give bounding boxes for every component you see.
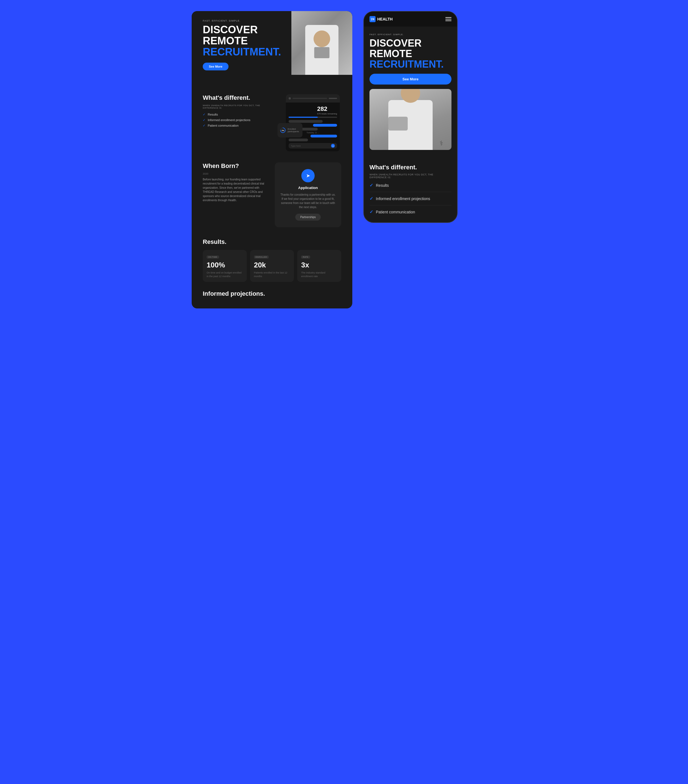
mobile-nav: 1N HEALTH — [364, 12, 457, 26]
result-number-1: 100% — [207, 261, 243, 269]
app-mockup: 282 675 leads remaining Tuesday, 11 ... — [286, 94, 340, 151]
logo-text: HEALTH — [377, 17, 393, 21]
hero-tagline: FAST. EFFICIENT. SIMPLE. — [203, 20, 341, 22]
chat-bubble-4 — [310, 135, 337, 137]
svg-text:75%: 75% — [281, 130, 284, 131]
app-stat-row: 282 675 leads remaining — [289, 105, 337, 115]
checklist-label-2: Informed enrollment projections — [208, 119, 250, 122]
mobile-checklist-label-1: Results — [376, 183, 389, 188]
informed-section: Informed projections. — [192, 282, 352, 297]
application-card: ➤ Application Thanks for considering a p… — [275, 162, 341, 227]
hero-title-line1: DISCOVER — [203, 24, 258, 35]
chat-bubble-5 — [289, 138, 308, 141]
result-tag-3: RATE — [301, 255, 310, 259]
application-icon-circle: ➤ — [301, 169, 315, 182]
desktop-mockup: FAST. EFFICIENT. SIMPLE. DISCOVER REMOTE… — [192, 11, 352, 308]
chat-bubble-2 — [313, 124, 337, 127]
circle-label: Enrolled participants — [288, 128, 300, 133]
result-tag-1: ON TIME — [207, 255, 219, 259]
when-born-section: When Born? 2020 Before launching, our fo… — [192, 151, 352, 227]
page-wrapper: FAST. EFFICIENT. SIMPLE. DISCOVER REMOTE… — [192, 11, 496, 308]
result-number-2: 20k — [254, 261, 290, 269]
hamburger-menu-button[interactable] — [445, 17, 452, 21]
app-bar-line — [292, 98, 327, 99]
mobile-check-icon-3: ✓ — [369, 209, 373, 214]
chat-bubble-1 — [289, 120, 323, 123]
result-desc-1: On time and on budget enrolled in the pa… — [207, 271, 243, 278]
whats-different-title: What's different. — [203, 94, 269, 101]
circle-stat: 75% Enrolled participants — [280, 125, 300, 135]
result-card-3: RATE 3x The industry standard enrollment… — [297, 250, 341, 282]
whats-different-left: What's different. WHEN 1NHEALTH RECRUITS… — [203, 94, 269, 129]
progress-bar-bg — [289, 117, 337, 118]
mobile-checklist-item-2: ✓ Informed enrollment projections — [369, 196, 452, 205]
result-number-3: 3x — [301, 261, 337, 269]
hero-content: FAST. EFFICIENT. SIMPLE. DISCOVER REMOTE… — [203, 20, 341, 71]
mobile-check-icon-1: ✓ — [369, 183, 373, 188]
app-big-number: 282 — [317, 105, 337, 112]
mobile-doc-tablet — [388, 117, 408, 130]
checklist-item-1: ✓ Results — [203, 112, 269, 116]
app-top-bar — [286, 94, 340, 102]
mobile-hero: FAST. EFFICIENT. SIMPLE. DISCOVER REMOTE… — [364, 26, 457, 155]
circle-ring: 75% — [280, 125, 286, 135]
result-desc-3: The industry standard enrollment rate — [301, 271, 337, 278]
whats-different-checklist: ✓ Results ✓ Informed enrollment projecti… — [203, 112, 269, 127]
doctor-illustration: ⚕ — [369, 89, 452, 150]
mobile-title-line3: RECRUITMENT. — [369, 58, 444, 70]
hero-section: FAST. EFFICIENT. SIMPLE. DISCOVER REMOTE… — [192, 11, 352, 83]
send-icon: ➤ — [332, 145, 334, 147]
mobile-checklist: ✓ Results ✓ Informed enrollment projecti… — [369, 183, 452, 218]
whats-different-right: 282 675 leads remaining Tuesday, 11 ... — [275, 94, 341, 151]
hero-title: DISCOVER REMOTE RECRUITMENT. — [203, 25, 341, 58]
application-icon: ➤ — [306, 173, 310, 179]
hamburger-line-2 — [445, 19, 452, 20]
mobile-doctor-image: ⚕ — [369, 89, 452, 150]
app-leads-text: 675 leads remaining — [317, 112, 337, 115]
stethoscope-icon: ⚕ — [440, 139, 443, 147]
mobile-title-line2: REMOTE — [369, 48, 412, 59]
checklist-label-3: Patient communication — [208, 124, 238, 127]
application-card-title: Application — [280, 186, 336, 190]
app-bar-status — [329, 98, 337, 99]
when-born-title: When Born? — [203, 162, 269, 170]
hero-title-line2: REMOTE — [203, 35, 248, 46]
hamburger-line-1 — [445, 17, 452, 18]
results-section: Results. ON TIME 100% On time and on bud… — [192, 227, 352, 282]
result-card-2: ENROLLED 20k Patients enrolled in the la… — [250, 250, 294, 282]
whats-different-subtitle: WHEN 1NHEALTH RECRUITS FOR YOU DCT, THE … — [203, 104, 269, 109]
results-cards: ON TIME 100% On time and on budget enrol… — [203, 250, 341, 282]
check-icon-2: ✓ — [203, 118, 205, 122]
mobile-logo-icon: 1N — [369, 16, 376, 22]
partnerships-button[interactable]: Partnerships — [295, 214, 321, 221]
application-card-text: Thanks for considering a partnership wit… — [280, 193, 336, 209]
hamburger-line-3 — [445, 20, 452, 21]
mobile-whats-different-title: What's different. — [369, 164, 452, 171]
when-born-text: Before launching, our founding team supp… — [203, 177, 269, 202]
mobile-whats-different: What's different. WHEN 1NHEALTH RECRUITS… — [364, 155, 457, 218]
whats-different-section: What's different. WHEN 1NHEALTH RECRUITS… — [192, 83, 352, 151]
app-dot-1 — [289, 97, 291, 99]
check-icon-3: ✓ — [203, 124, 205, 127]
mobile-checklist-item-3: ✓ Patient communication — [369, 209, 452, 218]
mobile-check-icon-2: ✓ — [369, 196, 373, 201]
mobile-see-more-button[interactable]: See More — [369, 74, 452, 84]
type-bar[interactable]: Type here ➤ — [289, 143, 337, 148]
result-tag-2: ENROLLED — [254, 255, 269, 259]
informed-title: Informed projections. — [203, 290, 341, 297]
when-born-year: 2020 — [203, 172, 269, 175]
mobile-checklist-label-2: Informed enrollment projections — [376, 196, 430, 201]
mobile-title-line1: DISCOVER — [369, 38, 422, 49]
check-icon-1: ✓ — [203, 112, 205, 116]
result-card-1: ON TIME 100% On time and on budget enrol… — [203, 250, 247, 282]
type-placeholder: Type here — [291, 145, 331, 147]
mobile-checklist-item-1: ✓ Results — [369, 183, 452, 192]
send-button-small[interactable]: ➤ — [331, 144, 335, 148]
mobile-hero-title: DISCOVER REMOTE RECRUITMENT. — [369, 38, 452, 69]
see-more-button[interactable]: See More — [203, 63, 228, 71]
mobile-doc-body — [388, 100, 433, 150]
progress-bar-fill — [289, 117, 318, 118]
checklist-label-1: Results — [208, 113, 218, 116]
when-born-right: ➤ Application Thanks for considering a p… — [275, 162, 341, 227]
checklist-item-2: ✓ Informed enrollment projections — [203, 118, 269, 122]
